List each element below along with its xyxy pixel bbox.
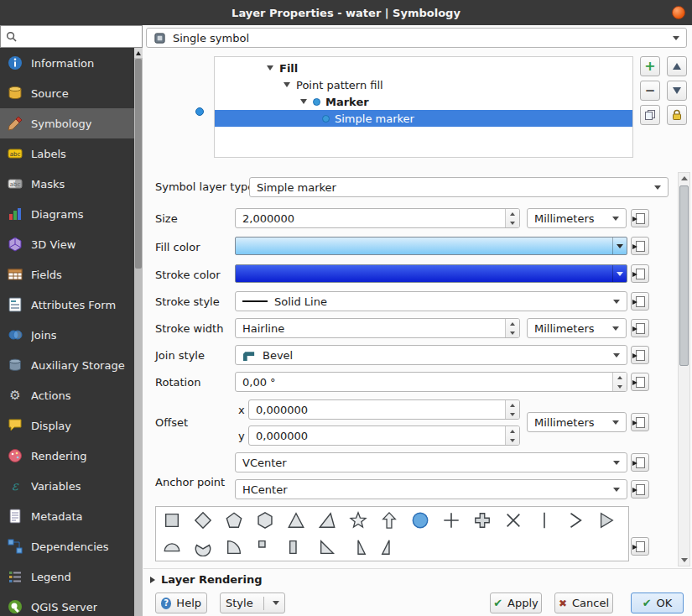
sidebar-item-joins[interactable]: Joins <box>0 320 134 350</box>
scrollbar-down-arrow[interactable] <box>679 555 689 566</box>
sidebar-item-source[interactable]: Source <box>0 78 134 108</box>
tree-item-marker[interactable]: Marker <box>215 93 632 110</box>
sidebar-item-masks[interactable]: abc Masks <box>0 169 134 199</box>
ok-button[interactable]: ✔ OK <box>631 593 684 613</box>
sidebar-scrollbar-up-arrow[interactable] <box>134 48 143 58</box>
chevron-down-icon[interactable] <box>273 601 279 605</box>
sidebar-search-input[interactable] <box>21 30 137 43</box>
spin-down-icon[interactable] <box>613 382 627 391</box>
sidebar-item-actions[interactable]: ⚙ Actions <box>0 380 134 410</box>
renderer-combo[interactable]: Single symbol <box>146 28 687 48</box>
fill-color-button[interactable] <box>235 237 627 255</box>
shape-star[interactable] <box>342 507 373 534</box>
sidebar-item-fields[interactable]: Fields <box>0 259 134 290</box>
horizontal-anchor-data-defined-override-button[interactable] <box>631 480 649 499</box>
shape-square[interactable] <box>156 507 187 534</box>
rotation-input[interactable] <box>236 373 612 391</box>
move-up-button[interactable] <box>667 56 687 76</box>
remove-symbol-layer-button[interactable]: − <box>640 81 660 101</box>
shape-quarter-circle[interactable] <box>218 534 249 561</box>
sidebar-item-rendering[interactable]: Rendering <box>0 441 134 471</box>
shape-half-square[interactable] <box>280 534 311 561</box>
shape-cross2[interactable] <box>497 507 528 534</box>
sidebar-item-auxiliary-storage[interactable]: Auxiliary Storage <box>0 350 134 380</box>
shape-quarter-square[interactable] <box>249 534 280 561</box>
offset-x-input[interactable] <box>249 400 505 419</box>
sidebar-item-diagrams[interactable]: Diagrams <box>0 199 134 229</box>
shape-semi-circle[interactable] <box>156 534 187 561</box>
sidebar-item-display[interactable]: Display <box>0 410 134 441</box>
symbol-layer-type-combo[interactable]: Simple marker <box>249 177 669 197</box>
shape-circle-selected[interactable] <box>404 507 435 534</box>
sidebar-item-information[interactable]: Information <box>0 48 134 78</box>
stroke-color-data-defined-override-button[interactable] <box>631 264 649 283</box>
color-dropdown-arrow-icon[interactable] <box>612 238 627 254</box>
shape-arrow[interactable] <box>373 507 404 534</box>
expand-arrow-icon[interactable] <box>284 82 290 87</box>
size-spinbox[interactable] <box>235 208 520 228</box>
spin-up-icon[interactable] <box>506 209 519 218</box>
shape-hexagon[interactable] <box>249 507 280 534</box>
stroke-style-combo[interactable]: Solid Line <box>235 291 627 311</box>
shape-left-half-triangle[interactable] <box>373 534 404 561</box>
color-dropdown-arrow-icon[interactable] <box>612 265 627 282</box>
shape-arrowhead[interactable] <box>559 507 591 534</box>
stroke-color-button[interactable] <box>235 264 627 283</box>
layer-rendering-section-header[interactable]: Layer Rendering <box>150 573 263 586</box>
shape-filled-arrowhead[interactable] <box>591 507 622 534</box>
shape-cross[interactable] <box>435 507 466 534</box>
stroke-width-unit-combo[interactable]: Millimeters <box>527 318 627 338</box>
spin-up-icon[interactable] <box>506 319 519 328</box>
lock-colors-button[interactable] <box>667 105 687 125</box>
spin-down-icon[interactable] <box>506 410 519 419</box>
expand-arrow-icon[interactable] <box>300 99 307 104</box>
duplicate-symbol-layer-button[interactable] <box>640 105 660 125</box>
offset-y-spinbox[interactable] <box>248 425 520 446</box>
shape-third-circle[interactable] <box>187 534 218 561</box>
move-down-button[interactable] <box>667 81 687 101</box>
horizontal-anchor-combo[interactable]: HCenter <box>235 479 627 499</box>
add-symbol-layer-button[interactable]: + <box>640 56 660 76</box>
shape-diamond[interactable] <box>187 507 218 534</box>
sidebar-item-3d-view[interactable]: 3D View <box>0 229 134 259</box>
sidebar-item-dependencies[interactable]: Dependencies <box>0 531 134 561</box>
stroke-width-input[interactable] <box>236 319 505 337</box>
shape-right-half-triangle[interactable] <box>342 534 373 561</box>
size-input[interactable] <box>236 209 505 227</box>
sidebar-item-attributes-form[interactable]: Attributes Form <box>0 290 134 320</box>
sidebar-item-variables[interactable]: ε Variables <box>0 471 134 501</box>
expand-arrow-icon[interactable] <box>267 65 273 70</box>
shape-cross-fill[interactable] <box>466 507 497 534</box>
tree-item-point-pattern-fill[interactable]: Point pattern fill <box>215 76 632 93</box>
stroke-style-data-defined-override-button[interactable] <box>631 292 649 311</box>
spin-up-icon[interactable] <box>506 400 519 410</box>
stroke-width-spinbox[interactable] <box>235 318 520 338</box>
shape-line[interactable] <box>528 507 559 534</box>
spin-down-icon[interactable] <box>506 436 519 445</box>
shape-diagonal-half-square[interactable] <box>311 534 342 561</box>
stroke-width-data-defined-override-button[interactable] <box>631 319 649 337</box>
help-button[interactable]: ? Help <box>155 593 207 613</box>
size-unit-combo[interactable]: Millimeters <box>527 208 627 228</box>
spin-down-icon[interactable] <box>506 218 519 227</box>
spin-up-icon[interactable] <box>613 373 627 382</box>
sidebar-item-labels[interactable]: abc Labels <box>0 138 134 169</box>
spin-up-icon[interactable] <box>506 426 519 436</box>
shape-data-defined-override-button[interactable] <box>631 537 649 556</box>
sidebar-item-qgis-server[interactable]: QGIS Server <box>0 592 134 616</box>
sidebar-item-metadata[interactable]: Metadata <box>0 501 134 531</box>
scrollbar-up-arrow[interactable] <box>679 173 689 184</box>
offset-data-defined-override-button[interactable] <box>631 413 649 431</box>
fill-color-data-defined-override-button[interactable] <box>631 237 649 255</box>
scrollbar-thumb[interactable] <box>679 185 689 366</box>
join-style-combo[interactable]: Bevel <box>235 345 627 365</box>
join-style-data-defined-override-button[interactable] <box>631 346 649 364</box>
style-button[interactable]: Style <box>220 593 285 613</box>
spin-down-icon[interactable] <box>506 328 519 337</box>
offset-y-input[interactable] <box>249 426 505 445</box>
tree-item-fill[interactable]: Fill <box>215 60 632 76</box>
shape-triangle[interactable] <box>280 507 311 534</box>
sidebar-item-symbology[interactable]: Symbology <box>0 108 134 138</box>
tree-item-simple-marker[interactable]: Simple marker <box>215 110 632 127</box>
offset-unit-combo[interactable]: Millimeters <box>527 412 627 432</box>
